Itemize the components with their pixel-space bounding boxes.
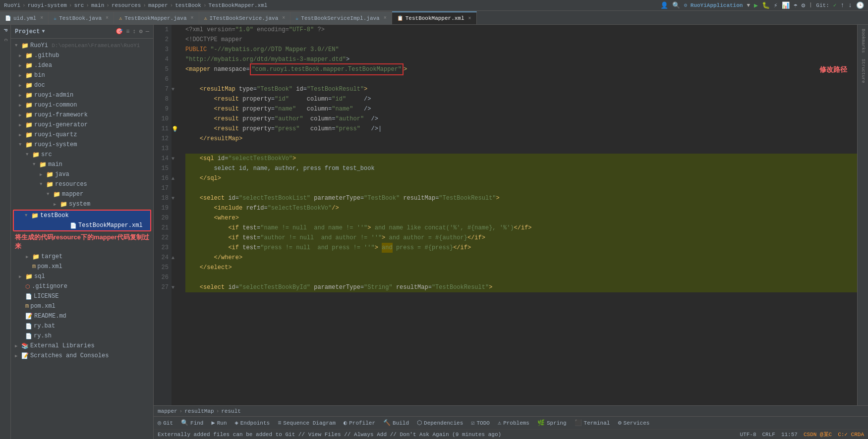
sidebar-sort-icon[interactable]: ↕	[132, 28, 136, 35]
tree-ry-bat[interactable]: 📄 ry.bat	[11, 321, 153, 331]
structure-label[interactable]: Structure	[860, 57, 867, 85]
bottom-status: Externally added files can be added to G…	[154, 429, 868, 439]
tab-testbookmapper-xml-close[interactable]: ×	[468, 16, 471, 21]
tab-testbookmapper-xml[interactable]: 📋 TestBookMapper.xml ×	[392, 11, 477, 24]
scratches-label: Scratches and Consoles	[30, 352, 109, 359]
tree-readme[interactable]: 📝 README.md	[11, 311, 153, 321]
git-check-icon[interactable]: ✓	[833, 2, 837, 8]
tab-testbookserviceimpl-close[interactable]: ×	[384, 15, 387, 21]
tool-endpoints[interactable]: ◈ Endpoints	[235, 419, 270, 427]
tool-terminal[interactable]: ⬛ Terminal	[575, 419, 610, 427]
tab-testbookserviceimpl-java[interactable]: ☕ TestBookServiceImpl.java ×	[290, 11, 392, 24]
tool-sequence[interactable]: ≡ Sequence Diagram	[278, 420, 336, 427]
avatar-icon[interactable]: 👤	[660, 1, 668, 9]
tool-run[interactable]: ▶ Run	[211, 419, 227, 427]
commit-strip-label[interactable]: C	[2, 37, 9, 43]
tree-ruoyi-framework[interactable]: ▶ 📁 ruoyi-framework	[11, 110, 153, 120]
coverage-icon[interactable]: ☂	[794, 1, 798, 9]
git-push-icon[interactable]: ↑	[840, 1, 844, 9]
ln-2: 2	[154, 35, 169, 45]
search-icon[interactable]: 🔍	[672, 1, 680, 9]
tree-github[interactable]: ▶ 📁 .github	[11, 51, 153, 60]
tree-idea[interactable]: ▶ 📁 .idea	[11, 60, 153, 70]
tree-java[interactable]: ▶ 📁 java	[11, 169, 153, 179]
tool-spring[interactable]: 🌿 Spring	[537, 419, 567, 427]
tree-ruoyi-system[interactable]: ▼ 📁 ruoyi-system	[11, 140, 153, 150]
tool-git[interactable]: ◎ Git	[158, 419, 173, 427]
tree-main[interactable]: ▼ 📁 main	[11, 160, 153, 169]
sidebar-locate-icon[interactable]: 🎯	[116, 28, 123, 35]
project-strip-label[interactable]: P	[1, 27, 9, 34]
ln-19: 19	[154, 203, 169, 213]
tree-testbook[interactable]: ▼ 📁 testBook	[14, 211, 150, 220]
tree-bin[interactable]: ▶ 📁 bin	[11, 70, 153, 80]
tool-find[interactable]: 🔍 Find	[181, 419, 203, 427]
tree-ry-sh[interactable]: 📄 ry.sh	[11, 331, 153, 341]
tool-build[interactable]: 🔨 Build	[383, 419, 409, 427]
tab-testbookmapper-java[interactable]: ⚠ TestBookMapper.java ×	[114, 11, 199, 24]
editor-area[interactable]: 1 2 3 4 5 6 7 8 9 10 11 12 13 14 15 16 1…	[154, 25, 868, 439]
git-pull-icon[interactable]: ↓	[848, 1, 852, 9]
ln-8: 8	[154, 94, 169, 104]
gutter-11-bulb[interactable]: 💡	[172, 124, 180, 134]
tab-itestbookservice-java[interactable]: ⚠ ITestBookService.java ×	[199, 11, 291, 24]
run-button[interactable]: ▶	[754, 1, 758, 9]
tab-testbookmapper-java-close[interactable]: ×	[191, 15, 194, 21]
right-strip: Bookmarks Structure	[857, 25, 868, 405]
tab-uid-yml[interactable]: 📄 uid.yml ×	[0, 11, 49, 24]
more-run-icon[interactable]: ⚡	[774, 1, 778, 9]
tree-testbookmapper-xml[interactable]: 📄 TestBookMapper.xml	[14, 220, 150, 230]
tree-target[interactable]: ▶ 📁 target	[11, 252, 153, 262]
tree-ruoyi-admin[interactable]: ▶ 📁 ruoyi-admin	[11, 90, 153, 100]
settings-icon[interactable]: ⚙	[802, 1, 806, 9]
tree-ruoyi-common[interactable]: ▶ 📁 ruoyi-common	[11, 100, 153, 110]
run-tool-label: Run	[217, 420, 227, 426]
sidebar-dropdown-icon[interactable]: ▼	[42, 29, 45, 34]
gutter-6	[172, 74, 180, 84]
tree-license[interactable]: 📄 LICENSE	[11, 291, 153, 301]
tool-problems[interactable]: ⚠ Problems	[498, 419, 529, 427]
gutter-19	[172, 203, 180, 213]
tree-gitignore[interactable]: ⬡ .gitignore	[11, 281, 153, 291]
spring-tool-icon: 🌿	[537, 419, 545, 427]
tree-pom-root[interactable]: m pom.xml	[11, 301, 153, 311]
code-line-19: <include refid="selectTestBookVo"/>	[185, 203, 857, 213]
license-icon: 📄	[25, 293, 32, 300]
tree-pom-system[interactable]: m pom.xml	[11, 262, 153, 272]
tree-doc[interactable]: ▶ 📁 doc	[11, 80, 153, 90]
bookmarks-label[interactable]: Bookmarks	[860, 27, 867, 55]
gutter-8	[172, 94, 180, 104]
tree-ruoyi-quartz[interactable]: ▶ 📁 ruoyi-quartz	[11, 130, 153, 140]
tree-sql[interactable]: ▶ 📁 sql	[11, 272, 153, 281]
ruoyi-admin-folder-icon: 📁	[25, 92, 33, 99]
tree-ruoyi-generator[interactable]: ▶ 📁 ruoyi-generator	[11, 120, 153, 130]
tab-testbook-java-close[interactable]: ×	[106, 15, 109, 21]
git-history-icon[interactable]: 🕒	[856, 1, 864, 9]
tool-dependencies[interactable]: ⬡ Dependencies	[417, 419, 463, 427]
tool-todo[interactable]: ☑ TODO	[471, 419, 490, 427]
tool-profiler[interactable]: ◐ Profiler	[344, 419, 375, 427]
ln-17: 17	[154, 183, 169, 193]
tool-services[interactable]: ⚙ Services	[618, 419, 649, 427]
tab-uid-yml-close[interactable]: ×	[40, 15, 43, 21]
tree-scratches[interactable]: ▶ 📝 Scratches and Consoles	[11, 351, 153, 361]
tree-ext-libraries[interactable]: ▶ 📚 External Libraries	[11, 341, 153, 351]
gutter-3	[172, 45, 180, 55]
code-area[interactable]: <?xml version="1.0" encoding="UTF-8" ?> …	[180, 25, 857, 405]
profiler-icon[interactable]: 📊	[782, 1, 790, 9]
tree-mapper[interactable]: ▼ 📁 mapper	[11, 189, 153, 199]
sidebar-collapse-icon[interactable]: ≡	[126, 28, 129, 35]
tree-root[interactable]: ▼ 📁 RuoYi D:\openLean\FrameLean\RuoYi	[11, 41, 153, 51]
debug-button[interactable]: 🐛	[762, 1, 770, 9]
tree-src[interactable]: ▼ 📁 src	[11, 150, 153, 160]
tree-resources[interactable]: ▼ 📁 resources	[11, 179, 153, 189]
ruoyi-generator-folder-icon: 📁	[25, 121, 33, 129]
tab-itestbookservice-close[interactable]: ×	[282, 15, 285, 21]
sidebar-settings-icon[interactable]: ⚙	[139, 28, 143, 35]
sidebar-close-icon[interactable]: —	[146, 28, 149, 35]
run-dropdown-icon[interactable]: ▼	[747, 2, 750, 8]
code-line-17	[185, 183, 857, 193]
code-line-27: <select id="selectTestBookById" paramete…	[185, 282, 857, 292]
tree-system[interactable]: ▶ 📁 system	[11, 199, 153, 209]
tab-testbook-java[interactable]: ☕ TestBook.java ×	[49, 11, 114, 24]
